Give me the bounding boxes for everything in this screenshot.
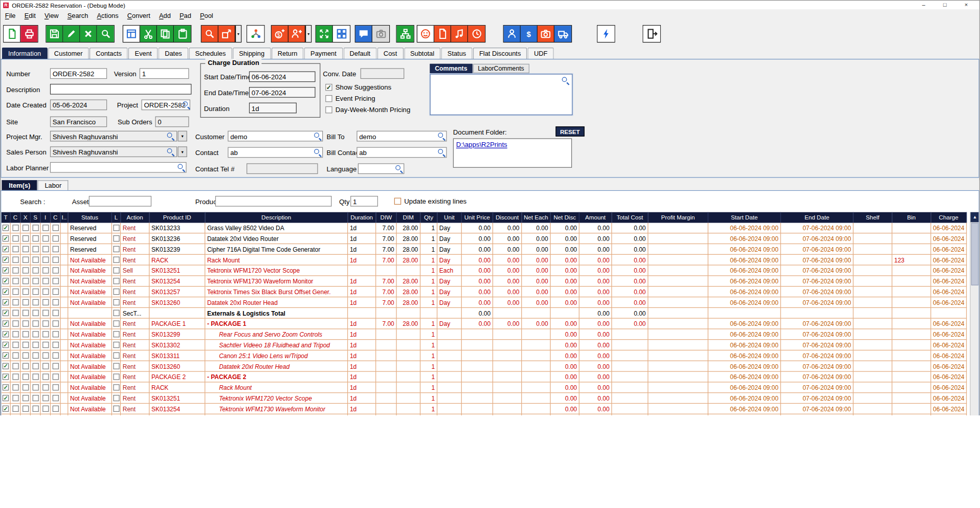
col-header-bin[interactable]: Bin xyxy=(893,212,931,223)
scroll-up-icon[interactable]: ▲ xyxy=(970,212,979,223)
table-row[interactable]: Not AvailableRentPACKAGE 1- PACKAGE 11d7… xyxy=(1,319,967,329)
row-checkbox[interactable] xyxy=(42,331,49,337)
row-checkbox[interactable] xyxy=(42,299,49,305)
sales-person-dropdown[interactable]: ▼ xyxy=(177,146,187,157)
row-checkbox[interactable] xyxy=(12,289,18,295)
maximize-button[interactable]: □ xyxy=(934,1,956,9)
row-checkbox[interactable] xyxy=(12,310,18,316)
row-checkbox[interactable] xyxy=(42,406,49,412)
bill-to-lookup-icon[interactable] xyxy=(437,132,446,140)
row-checkbox[interactable] xyxy=(22,225,28,231)
project-mgr-dropdown[interactable]: ▼ xyxy=(177,131,187,142)
customer-field[interactable] xyxy=(228,131,323,142)
labor-planner-lookup-icon[interactable] xyxy=(177,163,185,171)
col-header-product-id[interactable]: Product ID xyxy=(149,212,205,223)
col-header-charge[interactable]: Charge xyxy=(931,212,967,223)
row-checkbox[interactable] xyxy=(3,406,9,412)
labor-planner-field[interactable] xyxy=(50,162,187,173)
tab-item-s[interactable]: Item(s) xyxy=(2,180,37,190)
row-checkbox[interactable] xyxy=(113,225,119,231)
row-checkbox[interactable] xyxy=(113,246,119,252)
search-items-icon[interactable] xyxy=(202,26,218,42)
col-header-c[interactable]: C xyxy=(11,212,21,223)
update-existing-lines-check[interactable]: Update existing lines xyxy=(394,197,466,205)
row-checkbox[interactable] xyxy=(32,373,38,380)
menu-convert[interactable]: Convert xyxy=(123,12,154,19)
dwm-pricing-check[interactable]: Day-Week-Month Pricing xyxy=(325,106,410,114)
row-checkbox[interactable] xyxy=(32,235,38,241)
row-checkbox[interactable] xyxy=(22,289,28,295)
row-checkbox[interactable] xyxy=(32,278,38,284)
exit-door-icon[interactable] xyxy=(643,26,660,42)
row-checkbox[interactable] xyxy=(22,257,28,263)
col-header-start-date[interactable]: Start Date xyxy=(708,212,781,223)
row-checkbox[interactable] xyxy=(22,352,28,359)
sub-orders-field[interactable] xyxy=(155,117,189,127)
vertical-scrollbar[interactable]: ▲ ▼ xyxy=(970,212,978,415)
row-checkbox[interactable] xyxy=(32,310,38,316)
row-checkbox[interactable] xyxy=(22,320,28,326)
row-checkbox[interactable] xyxy=(22,342,28,348)
version-field[interactable] xyxy=(140,68,189,79)
feedback-smiley-icon[interactable] xyxy=(417,26,434,42)
print-icon[interactable] xyxy=(20,26,37,42)
row-checkbox[interactable] xyxy=(52,373,58,380)
row-checkbox[interactable] xyxy=(113,373,119,380)
row-checkbox[interactable] xyxy=(32,299,38,305)
description-field[interactable] xyxy=(50,84,191,95)
site-field[interactable] xyxy=(50,117,107,127)
new-order-icon[interactable] xyxy=(4,26,20,42)
row-checkbox[interactable] xyxy=(3,352,9,359)
tab-schedules[interactable]: Schedules xyxy=(189,48,232,59)
project-mgr-lookup-icon[interactable] xyxy=(166,132,174,140)
col-header-duration[interactable]: Duration xyxy=(348,212,376,223)
table-row[interactable]: Not AvailableRentSK013251Tektronix WFM17… xyxy=(1,393,967,404)
row-checkbox[interactable] xyxy=(12,342,18,348)
tab-flat-discounts[interactable]: Flat Discounts xyxy=(473,48,527,59)
row-checkbox[interactable] xyxy=(12,363,18,369)
row-checkbox[interactable] xyxy=(42,320,49,326)
table-row[interactable]: Not AvailableRentRACKRack Mount1d7.0028.… xyxy=(1,255,967,266)
row-checkbox[interactable] xyxy=(32,225,38,231)
menu-file[interactable]: File xyxy=(1,12,20,19)
row-checkbox[interactable] xyxy=(52,395,58,401)
row-checkbox[interactable] xyxy=(32,246,38,252)
availability-icon[interactable] xyxy=(247,26,264,42)
tab-return[interactable]: Return xyxy=(272,48,304,59)
update-existing-lines-checkbox[interactable] xyxy=(394,197,401,204)
col-header-action[interactable]: Action xyxy=(121,212,149,223)
contact-lookup-icon[interactable] xyxy=(314,148,322,157)
row-checkbox[interactable] xyxy=(52,289,58,295)
project-lookup-icon[interactable] xyxy=(182,101,190,109)
col-header-t[interactable]: T xyxy=(1,212,10,223)
show-suggestions-checkbox[interactable]: ✓ xyxy=(325,83,332,90)
dropdown-arrow-icon[interactable]: ▾ xyxy=(305,26,311,42)
row-checkbox[interactable] xyxy=(22,310,28,316)
row-checkbox[interactable] xyxy=(42,289,49,295)
row-checkbox[interactable] xyxy=(52,310,58,316)
tab-information[interactable]: Information xyxy=(2,48,48,59)
search-icon[interactable] xyxy=(97,26,114,42)
row-checkbox[interactable] xyxy=(12,246,18,252)
col-header-i[interactable]: I xyxy=(41,212,51,223)
comments-icon[interactable] xyxy=(355,26,372,42)
tab-status[interactable]: Status xyxy=(441,48,473,59)
menu-pad[interactable]: Pad xyxy=(175,12,195,19)
row-checkbox[interactable] xyxy=(42,384,49,390)
row-checkbox[interactable] xyxy=(52,225,58,231)
sales-person-field[interactable] xyxy=(50,146,177,157)
row-checkbox[interactable] xyxy=(12,299,18,305)
col-header-i[interactable]: I.. xyxy=(61,212,69,223)
notes-doc-icon[interactable] xyxy=(434,26,451,42)
table-row[interactable]: ReservedRentSK013233Grass Valley 8502 Vi… xyxy=(1,223,967,234)
row-checkbox[interactable] xyxy=(22,278,28,284)
row-checkbox[interactable] xyxy=(113,299,119,305)
row-checkbox[interactable] xyxy=(52,278,58,284)
bill-contact-field[interactable] xyxy=(357,147,447,158)
col-header-x[interactable]: X xyxy=(20,212,31,223)
audio-note-icon[interactable] xyxy=(451,26,468,42)
table-row[interactable]: Not AvailableRentSK013302Sachtler Videeo… xyxy=(1,340,967,350)
row-checkbox[interactable] xyxy=(32,352,38,359)
billing-dollar-icon[interactable]: $ xyxy=(521,26,538,42)
row-checkbox[interactable] xyxy=(22,384,28,390)
